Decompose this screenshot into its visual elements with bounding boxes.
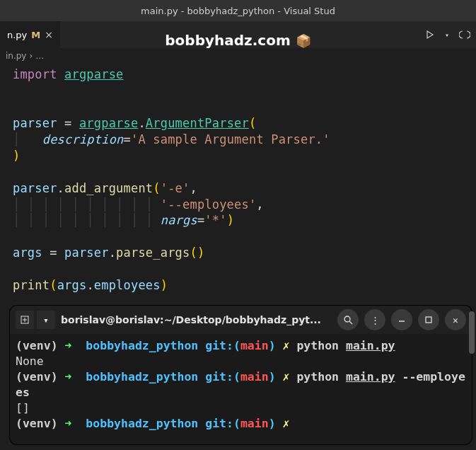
svg-rect-2 [426, 317, 431, 323]
new-tab-button[interactable] [16, 311, 34, 329]
terminal-title: borislav@borislav:~/Desktop/bobbyhadz_py… [61, 314, 332, 325]
svg-point-1 [344, 316, 350, 322]
modified-indicator: M [31, 30, 40, 40]
search-icon[interactable] [337, 309, 359, 330]
menu-icon[interactable]: ⋮ [364, 309, 385, 330]
tab-dropdown-button[interactable]: ▾ [37, 311, 55, 329]
tab-main-py[interactable]: n.py M × [0, 21, 60, 48]
compare-icon[interactable] [459, 29, 470, 40]
window-title: main.py - bobbyhadz_python - Visual Stud [141, 6, 335, 16]
window-titlebar: main.py - bobbyhadz_python - Visual Stud [0, 0, 476, 21]
scrollbar-thumb[interactable] [469, 311, 475, 354]
tab-bar: n.py M × ▾ [0, 21, 476, 48]
run-icon[interactable] [425, 30, 435, 40]
tab-filename: n.py [7, 30, 27, 40]
breadcrumb-file: in.py [6, 51, 26, 61]
code-editor[interactable]: import argparse parser = argparse.Argume… [0, 64, 476, 296]
terminal-header: ▾ borislav@borislav:~/Desktop/bobbyhadz_… [10, 306, 472, 334]
breadcrumb-more: … [35, 51, 44, 61]
minimize-icon[interactable] [391, 309, 412, 330]
terminal-output[interactable]: (venv) ➜ bobbyhadz_python git:(main) ✗ p… [10, 334, 472, 436]
breadcrumb-sep: › [29, 51, 33, 61]
close-icon[interactable]: × [45, 29, 53, 40]
breadcrumb[interactable]: in.py › … [0, 48, 476, 64]
close-terminal-icon[interactable]: ✕ [445, 309, 466, 330]
terminal-panel: ▾ borislav@borislav:~/Desktop/bobbyhadz_… [10, 306, 472, 444]
chevron-down-icon[interactable]: ▾ [445, 31, 449, 39]
maximize-icon[interactable] [418, 309, 439, 330]
